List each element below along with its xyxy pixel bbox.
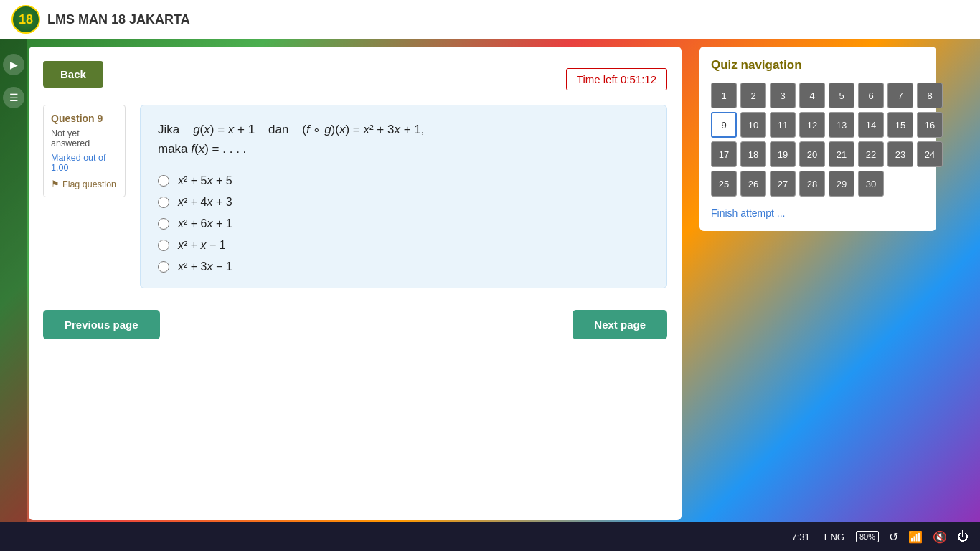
nav-cell-26[interactable]: 26 <box>740 171 766 197</box>
refresh-icon[interactable]: ↺ <box>889 530 898 544</box>
next-page-button[interactable]: Next page <box>573 310 667 339</box>
option-item-1: x² + 5x + 5 <box>158 174 649 187</box>
option-label-4[interactable]: x² + x − 1 <box>178 239 226 252</box>
power-icon[interactable]: ⏻ <box>957 530 969 543</box>
nav-cell-1[interactable]: 1 <box>711 83 737 108</box>
option-item-5: x² + 3x − 1 <box>158 260 649 273</box>
timer-label: Time left <box>577 73 618 85</box>
question-text: Jika g(x) = x + 1 dan (f ∘ g)(x) = x² + … <box>158 120 649 159</box>
logo: 18 <box>11 5 40 34</box>
nav-cell-16[interactable]: 16 <box>917 112 943 138</box>
nav-cell-12[interactable]: 12 <box>799 112 825 138</box>
options-list: x² + 5x + 5 x² + 4x + 3 x² + 6x + 1 x² +… <box>158 174 649 273</box>
nav-cell-8[interactable]: 8 <box>917 83 943 108</box>
nav-cell-14[interactable]: 14 <box>858 112 884 138</box>
nav-cell-17[interactable]: 17 <box>711 141 737 167</box>
topbar-title: LMS MAN 18 JAKARTA <box>47 12 190 27</box>
volume-icon[interactable]: 🔇 <box>933 530 947 544</box>
main-panel: Back Time left 0:51:12 Question 9 Not ye… <box>29 47 682 520</box>
topbar: 18 LMS MAN 18 JAKARTA <box>0 0 980 39</box>
nav-cell-7[interactable]: 7 <box>887 83 913 108</box>
side-bar: ▶ ☰ <box>0 39 27 522</box>
option-label-1[interactable]: x² + 5x + 5 <box>178 174 232 187</box>
option-radio-2[interactable] <box>158 197 169 208</box>
flag-icon: ⚑ <box>51 179 60 189</box>
nav-cell-19[interactable]: 19 <box>770 141 796 167</box>
nav-cell-28[interactable]: 28 <box>799 171 825 197</box>
logo-text: 18 <box>19 12 33 27</box>
option-radio-5[interactable] <box>158 261 169 273</box>
quiz-nav-title: Quiz navigation <box>711 58 925 72</box>
finish-attempt-link[interactable]: Finish attempt ... <box>711 207 785 219</box>
question-number: Question 9 <box>51 113 118 124</box>
content-area: Question 9 Not yet answered Marked out o… <box>43 105 667 288</box>
marked-value: 1.00 <box>51 163 68 173</box>
nav-cell-18[interactable]: 18 <box>740 141 766 167</box>
quiz-nav-panel: Quiz navigation 123456789101112131415161… <box>699 47 936 231</box>
battery-indicator: 80% <box>856 531 879 542</box>
nav-cell-24[interactable]: 24 <box>917 141 943 167</box>
nav-cell-22[interactable]: 22 <box>858 141 884 167</box>
question-status: Not yet answered <box>51 128 118 149</box>
nav-cell-3[interactable]: 3 <box>770 83 796 108</box>
nav-cell-10[interactable]: 10 <box>740 112 766 138</box>
previous-page-button[interactable]: Previous page <box>43 310 160 339</box>
nav-cell-23[interactable]: 23 <box>887 141 913 167</box>
wifi-icon: 📶 <box>908 530 923 544</box>
flag-question-button[interactable]: ⚑ Flag question <box>51 179 118 189</box>
nav-cell-20[interactable]: 20 <box>799 141 825 167</box>
nav-cell-21[interactable]: 21 <box>829 141 854 167</box>
option-item-2: x² + 4x + 3 <box>158 196 649 209</box>
option-item-3: x² + 6x + 1 <box>158 217 649 230</box>
nav-cell-25[interactable]: 25 <box>711 171 737 197</box>
bottom-nav: Previous page Next page <box>43 310 667 339</box>
option-label-5[interactable]: x² + 3x − 1 <box>178 260 232 273</box>
option-label-2[interactable]: x² + 4x + 3 <box>178 196 232 209</box>
nav-cell-15[interactable]: 15 <box>887 112 913 138</box>
taskbar: 7:31 ENG 80% ↺ 📶 🔇 ⏻ <box>0 522 980 551</box>
nav-cell-5[interactable]: 5 <box>829 83 854 108</box>
option-radio-1[interactable] <box>158 175 169 187</box>
nav-cell-4[interactable]: 4 <box>799 83 825 108</box>
nav-cell-2[interactable]: 2 <box>740 83 766 108</box>
timer-value: 0:51:12 <box>621 73 656 85</box>
nav-grid: 1234567891011121314151617181920212223242… <box>711 83 925 197</box>
question-panel: Jika g(x) = x + 1 dan (f ∘ g)(x) = x² + … <box>140 105 667 288</box>
nav-cell-13[interactable]: 13 <box>829 112 854 138</box>
marked-label: Marked out of <box>51 153 105 163</box>
nav-cell-27[interactable]: 27 <box>770 171 796 197</box>
back-button[interactable]: Back <box>43 61 103 88</box>
option-radio-3[interactable] <box>158 218 169 230</box>
nav-cell-6[interactable]: 6 <box>858 83 884 108</box>
nav-cell-29[interactable]: 29 <box>829 171 854 197</box>
side-menu-icon[interactable]: ☰ <box>3 87 24 108</box>
flag-label: Flag question <box>62 179 116 189</box>
question-marked: Marked out of 1.00 <box>51 153 118 173</box>
nav-cell-9[interactable]: 9 <box>711 112 737 138</box>
question-info: Question 9 Not yet answered Marked out o… <box>43 105 126 197</box>
option-label-3[interactable]: x² + 6x + 1 <box>178 217 232 230</box>
nav-cell-11[interactable]: 11 <box>770 112 796 138</box>
option-item-4: x² + x − 1 <box>158 239 649 252</box>
taskbar-lang: ENG <box>824 532 844 542</box>
nav-cell-30[interactable]: 30 <box>858 171 884 197</box>
timer-box: Time left 0:51:12 <box>566 68 667 90</box>
taskbar-time: 7:31 <box>791 532 809 542</box>
side-play-icon[interactable]: ▶ <box>3 54 24 75</box>
option-radio-4[interactable] <box>158 240 169 251</box>
